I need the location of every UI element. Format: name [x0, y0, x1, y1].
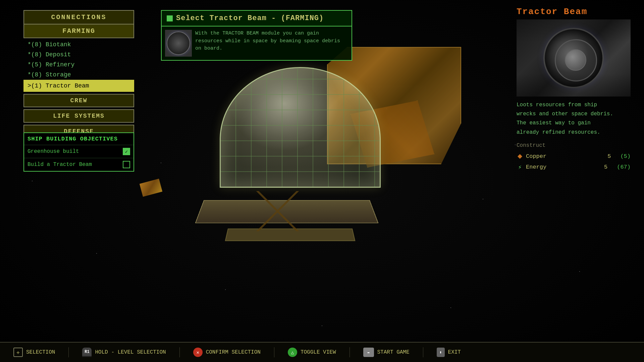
copper-icon: [517, 153, 523, 160]
tb-graphic: [517, 19, 631, 97]
bottom-level-selection: R1 HOLD - LEVEL SELECTION: [82, 348, 166, 357]
energy-cost: 5: [604, 164, 607, 170]
objective-tractor-beam-checkbox: [123, 161, 130, 168]
selection-label: SELECTION: [26, 349, 55, 355]
exit-icon: ▮: [437, 348, 445, 357]
menu-item-refinery[interactable]: *(5) Refinery: [23, 60, 134, 70]
objective-greenhouse: Greenhouse built: [24, 145, 133, 158]
energy-name: Energy: [526, 164, 601, 170]
connections-header: CONNECTIONS: [23, 10, 134, 24]
tb-thumb-graphic: [167, 32, 190, 55]
objective-tractor-beam: Build a Tractor Beam: [24, 158, 133, 171]
energy-available: (67): [617, 164, 631, 170]
start-icon: ▬: [363, 348, 374, 357]
tb-machine-visual: [543, 28, 604, 88]
triangle-icon: △: [288, 348, 297, 357]
start-label: START GAME: [377, 349, 410, 355]
divider-4: [350, 347, 350, 357]
bottom-toggle[interactable]: △ TOGGLE VIEW: [288, 348, 336, 357]
crew-header[interactable]: CREW: [23, 94, 134, 107]
farming-menu: *(8) Biotank *(8) Deposit *(5) Refinery …: [23, 40, 134, 92]
left-panel: CONNECTIONS FARMING *(8) Biotank *(8) De…: [23, 10, 134, 154]
objective-greenhouse-label: Greenhouse built: [28, 148, 79, 155]
divider-2: [179, 347, 180, 357]
divider-3: [274, 347, 274, 357]
greenhouse-dome: [206, 67, 394, 241]
copper-name: Copper: [526, 153, 605, 160]
resource-energy: ⚡ Energy 5 (67): [517, 162, 631, 173]
tractor-beam-image: [517, 19, 631, 97]
resource-copper: Copper 5 (5): [517, 151, 631, 162]
toggle-label: TOGGLE VIEW: [301, 349, 336, 355]
bottom-exit[interactable]: ▮ EXIT: [437, 348, 461, 357]
bottom-confirm[interactable]: ✕ CONFIRM SELECTION: [193, 348, 261, 357]
select-description: With the TRACTOR BEAM module you can gai…: [195, 30, 348, 57]
space-debris: [140, 179, 162, 197]
copper-cost: 5: [607, 153, 611, 160]
right-panel-title: Tractor Beam: [517, 7, 631, 17]
confirm-label: CONFIRM SELECTION: [206, 349, 261, 355]
cross-icon: ✕: [193, 348, 203, 357]
menu-item-storage[interactable]: *(8) Storage: [23, 70, 134, 80]
tractor-beam-thumbnail: [165, 30, 192, 57]
right-panel-description: Loots resources from shipwrecks and othe…: [517, 101, 631, 137]
divider-5: [423, 347, 423, 357]
green-indicator: [167, 15, 173, 21]
dpad-icon: ✛: [13, 348, 23, 357]
divider-1: [68, 347, 69, 357]
select-header: Select Tractor Beam - (FARMING): [161, 10, 352, 26]
select-title: Select Tractor Beam - (FARMING): [176, 14, 324, 22]
exit-label: EXIT: [448, 349, 461, 355]
select-body: With the TRACTOR BEAM module you can gai…: [161, 26, 352, 61]
objectives-panel: SHIP BUILDING OBJECTIVES Greenhouse buil…: [23, 132, 134, 172]
energy-icon-symbol: ⚡: [518, 164, 522, 171]
construct-label: Construct: [517, 142, 631, 148]
life-systems-header[interactable]: LIFE SYSTEMS: [23, 109, 134, 123]
objective-tractor-beam-label: Build a Tractor Beam: [28, 162, 92, 168]
farming-header: FARMING: [23, 24, 134, 38]
energy-icon: ⚡: [517, 164, 523, 171]
level-selection-label: HOLD - LEVEL SELECTION: [95, 349, 166, 355]
bottom-start[interactable]: ▬ START GAME: [363, 348, 410, 357]
farming-label: FARMING: [62, 27, 95, 35]
objective-greenhouse-checkbox: [123, 148, 130, 155]
menu-item-deposit[interactable]: *(8) Deposit: [23, 50, 134, 60]
right-panel: Tractor Beam Loots resources from shipwr…: [517, 7, 631, 173]
support-beams: [240, 191, 340, 231]
objectives-title: SHIP BUILDING OBJECTIVES: [24, 133, 133, 145]
bottom-bar: ✛ SELECTION R1 HOLD - LEVEL SELECTION ✕ …: [0, 342, 644, 362]
copper-available: (5): [620, 153, 631, 160]
menu-item-biotank[interactable]: *(8) Biotank: [23, 40, 134, 50]
center-select-panel: Select Tractor Beam - (FARMING) With the…: [161, 10, 352, 61]
r1-icon: R1: [82, 348, 92, 357]
bottom-selection: ✛ SELECTION: [13, 348, 55, 357]
menu-item-tractor-beam[interactable]: >(1) Tractor Beam: [23, 80, 134, 92]
connections-label: CONNECTIONS: [51, 13, 106, 21]
